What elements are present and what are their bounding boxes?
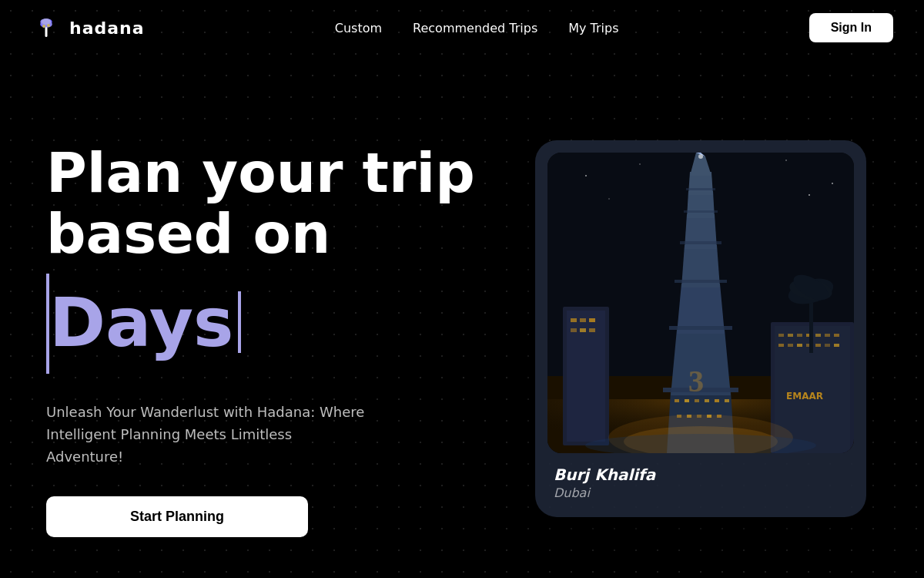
svg-rect-35 (778, 344, 784, 347)
svg-rect-39 (815, 344, 821, 347)
logo-icon (31, 12, 62, 43)
nav-link-my-trips[interactable]: My Trips (568, 21, 618, 35)
svg-rect-41 (834, 344, 839, 347)
hero-subtitle: Unleash Your Wanderlust with Hadana: Whe… (46, 402, 370, 468)
svg-rect-58 (675, 280, 727, 283)
svg-rect-66 (715, 399, 719, 402)
nav-link-recommended[interactable]: Recommended Trips (413, 21, 537, 35)
svg-rect-37 (797, 344, 802, 347)
svg-point-5 (42, 25, 45, 28)
svg-rect-33 (825, 334, 830, 337)
svg-point-13 (608, 198, 609, 199)
card-place-name: Burj Khalifa (554, 465, 848, 484)
svg-rect-57 (669, 326, 732, 330)
svg-point-9 (639, 163, 641, 165)
svg-rect-60 (684, 210, 718, 213)
svg-point-55 (698, 154, 703, 159)
hero-left: Plan your trip based on Days Unleash You… (46, 143, 524, 537)
hero-title-days: Days (49, 264, 241, 380)
svg-rect-61 (686, 188, 715, 190)
sign-in-button[interactable]: Sign In (809, 13, 893, 42)
svg-rect-36 (788, 344, 793, 347)
svg-point-11 (785, 160, 787, 161)
svg-rect-30 (797, 334, 802, 337)
svg-rect-32 (815, 334, 821, 337)
hero-title-line1: Plan your trip based on (46, 143, 493, 264)
destination-card: EMAAR (535, 140, 866, 517)
logo[interactable]: hadana (31, 12, 145, 43)
svg-rect-21 (589, 318, 595, 322)
svg-text:3: 3 (688, 364, 704, 398)
svg-rect-65 (705, 399, 709, 402)
svg-text:EMAAR: EMAAR (786, 391, 823, 402)
hero-section: Plan your trip based on Days Unleash You… (0, 55, 924, 578)
svg-rect-64 (695, 399, 699, 402)
nav-links: Custom Recommended Trips My Trips (335, 21, 619, 35)
svg-marker-51 (687, 191, 715, 218)
brand-name: hadana (69, 18, 145, 38)
svg-point-4 (42, 18, 51, 25)
card-place-city: Dubai (554, 486, 848, 500)
svg-rect-22 (571, 328, 577, 332)
svg-rect-28 (778, 334, 784, 337)
card-image: EMAAR (547, 153, 854, 453)
nav-link-custom[interactable]: Custom (335, 21, 382, 35)
svg-rect-19 (571, 318, 577, 322)
svg-rect-1 (45, 26, 48, 37)
svg-rect-24 (589, 328, 595, 332)
hero-right: EMAAR (524, 140, 878, 517)
svg-rect-20 (580, 318, 586, 322)
svg-rect-62 (675, 399, 679, 402)
svg-rect-67 (725, 399, 729, 402)
start-planning-button[interactable]: Start Planning (46, 496, 308, 537)
navbar: hadana Custom Recommended Trips My Trips… (0, 0, 924, 55)
svg-rect-23 (580, 328, 586, 332)
svg-rect-34 (834, 334, 839, 337)
svg-rect-29 (788, 334, 793, 337)
svg-point-6 (47, 24, 50, 27)
svg-rect-59 (680, 241, 721, 244)
card-info: Burj Khalifa Dubai (547, 453, 854, 505)
svg-rect-63 (685, 399, 689, 402)
days-text: Days (49, 283, 233, 362)
svg-point-14 (808, 193, 810, 195)
cursor-blink (238, 291, 241, 353)
svg-point-12 (832, 183, 833, 184)
svg-point-8 (585, 175, 587, 176)
svg-rect-40 (825, 344, 830, 347)
